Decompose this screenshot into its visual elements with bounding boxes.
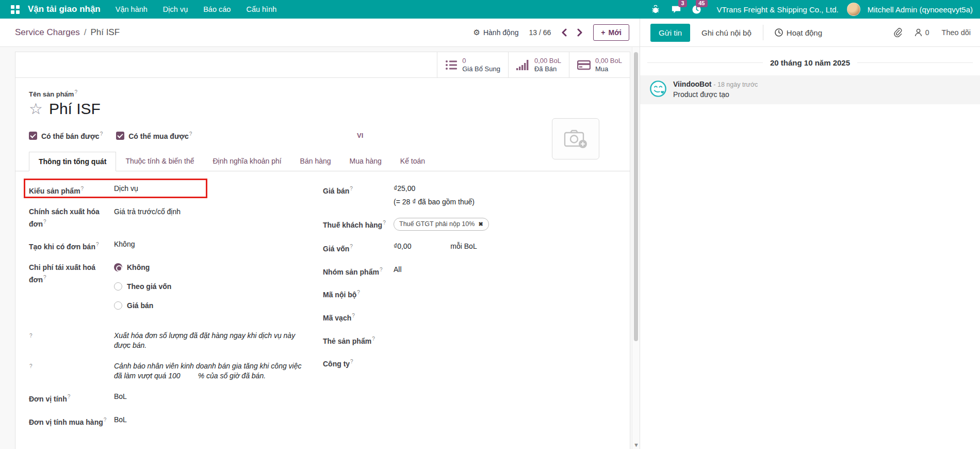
tab-accounting[interactable]: Kế toán: [391, 152, 434, 171]
uom-value[interactable]: BoL: [114, 392, 127, 404]
product-category-value[interactable]: All: [394, 265, 402, 277]
field-create-on-order: Tạo khi có đơn bán? Không: [29, 239, 318, 252]
tab-attributes-variants[interactable]: Thuộc tính & biến thể: [116, 152, 203, 171]
log-note-button[interactable]: Ghi chú nội bộ: [701, 28, 752, 37]
radio-option-sales-price[interactable]: Giá bán: [114, 301, 171, 311]
date-divider: 20 tháng 10 năm 2025: [640, 58, 980, 67]
company-switcher[interactable]: VTrans Freight & Shipping Co., Ltd.: [717, 5, 839, 14]
company-label: Công ty?: [323, 357, 394, 369]
app-title[interactable]: Vận tải giao nhận: [28, 4, 101, 14]
messages-icon[interactable]: 3: [667, 2, 685, 17]
tab-sales[interactable]: Bán hàng: [291, 152, 340, 171]
radio-option-at-cost[interactable]: Theo giá vốn: [114, 282, 171, 292]
apps-menu-button[interactable]: [7, 2, 23, 17]
barcode-label: Mã vạch?: [323, 311, 394, 323]
checked-checkbox-icon: [116, 132, 124, 140]
tax-tag-remove-icon[interactable]: ✖: [478, 219, 483, 229]
control-panel: Service Charges / Phí ISF ⚙ Hành động 13…: [0, 19, 640, 47]
stat-button-extra-prices[interactable]: 0 Giá Bổ Sung: [437, 52, 508, 77]
scrollbar-thumb[interactable]: [634, 52, 638, 341]
stat-button-sold[interactable]: 0,00 BoL Đã Bán: [508, 52, 569, 77]
top-navbar: Vận tải giao nhận Vận hành Dịch vụ Báo c…: [0, 0, 980, 19]
can-be-sold-checkbox[interactable]: Có thể bán được?: [29, 131, 103, 140]
tax-tag[interactable]: Thuế GTGT phải nộp 10% ✖: [394, 218, 489, 231]
product-name-value[interactable]: Phí ISF: [49, 100, 101, 118]
debug-bug-icon[interactable]: [647, 2, 664, 17]
sales-price-value[interactable]: ₫25,00: [394, 184, 415, 193]
upsell-help-text: Cảnh báo nhân viên kinh doanh bán gia tă…: [114, 361, 307, 381]
create-on-order-value[interactable]: Không: [114, 239, 135, 252]
menu-dich-vu[interactable]: Dịch vụ: [156, 1, 194, 18]
action-menu-label: Hành động: [483, 28, 519, 37]
menu-van-hanh[interactable]: Vận hành: [109, 1, 154, 18]
message-thread: 20 tháng 10 năm 2025 ViindooBot: [640, 47, 980, 449]
new-record-button[interactable]: + Mới: [593, 24, 629, 41]
radio-option-none[interactable]: Không: [114, 263, 171, 272]
attach-files-button[interactable]: [893, 28, 902, 37]
breadcrumb-parent-link[interactable]: Service Charges: [15, 27, 80, 38]
field-customer-taxes: Thuế khách hàng? Thuế GTGT phải nộp 10% …: [323, 218, 607, 231]
invoice-policy-value[interactable]: Giá trả trước/cố định: [114, 207, 181, 229]
can-be-purchased-label: Có thể mua được?: [128, 131, 192, 140]
field-uom: Đơn vị tính? BoL: [29, 392, 318, 404]
cost-value[interactable]: ₫0,00: [394, 242, 411, 250]
breadcrumb-separator: /: [84, 27, 87, 38]
can-be-purchased-checkbox[interactable]: Có thể mua được?: [116, 131, 192, 140]
tab-general-information[interactable]: Thông tin tổng quát: [29, 152, 116, 171]
purchase-uom-value[interactable]: BoL: [114, 415, 127, 427]
breadcrumb-current: Phí ISF: [90, 27, 120, 38]
tab-purchase[interactable]: Mua hàng: [340, 152, 391, 171]
field-product-tags: Thẻ sản phẩm?: [323, 334, 607, 346]
user-menu[interactable]: Mitchell Admin (qynoeeqvyt5a): [868, 5, 973, 14]
schedule-activity-button[interactable]: Hoạt động: [775, 28, 822, 37]
message-author[interactable]: ViindooBot: [673, 80, 711, 88]
plus-icon: +: [601, 28, 605, 37]
scrollbar-down-arrow[interactable]: ▼: [632, 442, 640, 448]
reinvoice-label: Chi phí tái xuất hoá đơn?: [29, 263, 114, 320]
internal-reference-label: Mã nội bộ?: [323, 287, 394, 300]
product-category-label: Nhóm sản phẩm?: [323, 265, 394, 277]
tab-charge-definition[interactable]: Định nghĩa khoản phí: [204, 152, 291, 171]
field-barcode: Mã vạch?: [323, 311, 607, 323]
tax-included-note: (= 28 ₫ đã bao gồm thuế): [394, 197, 475, 207]
help-row-upsell: ? Cảnh báo nhân viên kinh doanh bán gia …: [29, 361, 318, 381]
chatter-panel: Gửi tin Ghi chú nội bộ Hoạt động: [640, 19, 980, 449]
checked-checkbox-icon: [29, 132, 37, 140]
pager-previous-button[interactable]: [561, 28, 567, 37]
product-image-placeholder[interactable]: [552, 118, 599, 159]
user-avatar[interactable]: [847, 3, 860, 16]
help-mark[interactable]: ?: [29, 333, 32, 339]
translation-language-badge[interactable]: VI: [357, 132, 363, 139]
create-on-order-label: Tạo khi có đơn bán?: [29, 239, 114, 252]
extra-prices-label: Giá Bổ Sung: [462, 65, 500, 73]
follow-button[interactable]: Theo dõi: [942, 28, 971, 37]
uom-label: Đơn vị tính?: [29, 392, 114, 404]
radio-unselected-icon: [114, 282, 122, 291]
product-type-label: Kiểu sản phẩm?: [29, 184, 114, 196]
bar-chart-icon: [516, 59, 530, 71]
menu-bao-cao[interactable]: Báo cáo: [197, 1, 237, 18]
invoice-help-text: Xuất hóa đơn số lượng đã đặt hàng ngay k…: [114, 331, 307, 350]
activities-clock-icon[interactable]: 45: [688, 2, 706, 17]
help-mark[interactable]: ?: [29, 363, 32, 369]
followers-button[interactable]: 0: [914, 28, 929, 37]
field-purchase-uom: Đơn vị tính mua hàng? BoL: [29, 415, 318, 427]
field-sales-price: Giá bán? ₫25,00 (= 28 ₫ đã bao gồm thuế): [323, 184, 607, 207]
stat-button-purchased[interactable]: 0,00 BoL Mua: [569, 52, 630, 77]
favorite-star-icon[interactable]: ☆: [29, 101, 43, 117]
record-pager: 13 / 66: [529, 28, 551, 37]
action-menu-button[interactable]: ⚙ Hành động: [473, 28, 519, 37]
upsell-threshold-value[interactable]: 100: [168, 372, 180, 380]
schedule-activity-label: Hoạt động: [787, 28, 822, 37]
radio-unselected-icon: [114, 301, 122, 310]
message-item[interactable]: ViindooBot - 18 ngày trước Product được …: [640, 75, 980, 104]
pager-next-button[interactable]: [577, 28, 583, 37]
send-message-button[interactable]: Gửi tin: [650, 24, 690, 42]
product-type-value[interactable]: Dịch vụ: [114, 184, 138, 196]
help-mark[interactable]: ?: [74, 89, 77, 95]
form-scrollbar[interactable]: ▼: [632, 47, 640, 449]
general-info-tab-content: Kiểu sản phẩm? Dịch vụ Chính sách xuất h…: [15, 171, 630, 438]
menu-cau-hinh[interactable]: Cấu hình: [239, 1, 283, 18]
breadcrumb: Service Charges / Phí ISF: [15, 27, 120, 38]
notebook-tabs: Thông tin tổng quát Thuộc tính & biến th…: [15, 152, 630, 171]
